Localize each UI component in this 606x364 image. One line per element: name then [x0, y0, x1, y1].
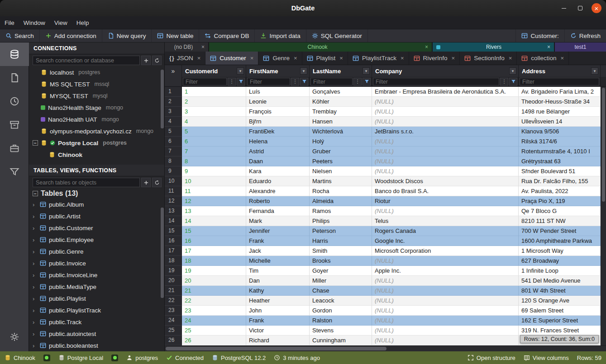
connection-item[interactable]: Nano2Health UATmongo	[29, 113, 164, 125]
chevron-right-icon[interactable]: ›	[33, 272, 37, 279]
toolbar-button-new-query[interactable]: New query	[102, 29, 152, 42]
chevron-right-icon[interactable]: ›	[33, 225, 37, 232]
row-number[interactable]: 24	[165, 316, 182, 326]
sidebar-history-button[interactable]	[0, 90, 29, 113]
grid-cell[interactable]: Bjřrn	[246, 117, 310, 127]
column-header-firstname[interactable]: FirstName▾	[246, 65, 310, 77]
grid-cell[interactable]: John	[246, 306, 310, 316]
status-open-structure[interactable]: Open structure	[468, 355, 515, 361]
tab-riverinfo[interactable]: RiverInfo×	[409, 52, 460, 65]
table-row[interactable]: 33FrançoisTremblay(NULL)1498 rue Bélange…	[165, 107, 606, 117]
grid-cell[interactable]: Jack	[246, 246, 310, 256]
grid-cell[interactable]: (NULL)	[372, 107, 519, 117]
grid-cell[interactable]: 10	[182, 176, 246, 186]
chevron-right-icon[interactable]: ›	[33, 307, 37, 314]
table-item[interactable]: ›public.booleantest	[29, 340, 164, 351]
grid-cell[interactable]: 23	[182, 306, 246, 316]
grid-cell[interactable]: (NULL)	[372, 166, 519, 176]
grid-cell[interactable]: 5	[182, 127, 246, 137]
maximize-button[interactable]	[575, 3, 585, 13]
table-row[interactable]: 1010EduardoMartinsWoodstock DiscosRua Dr…	[165, 176, 606, 186]
table-row[interactable]: 11LuísGonçalvesEmbraer - Empresa Brasile…	[165, 87, 606, 97]
grid-cell[interactable]: (NULL)	[372, 156, 519, 166]
grid-cell[interactable]: (NULL)	[372, 296, 519, 306]
grid-cell[interactable]: 801 W 4th Street	[519, 286, 601, 296]
table-row[interactable]: 99KaraNielsen(NULL)Sřnder Boulevard 51	[165, 166, 606, 176]
row-number[interactable]: 14	[165, 216, 182, 226]
grid-cell[interactable]: Miller	[310, 276, 372, 286]
grid-cell[interactable]: (NULL)	[372, 316, 519, 326]
tab-playlisttrack[interactable]: PlaylistTrack×	[348, 52, 409, 65]
grid-cell[interactable]: Eduardo	[246, 176, 310, 186]
grid-cell[interactable]: 9	[182, 166, 246, 176]
table-row[interactable]: 1515JenniferPetersonRogers Canada700 W P…	[165, 226, 606, 236]
table-row[interactable]: 66HelenaHolý(NULL)Rilská 3174/6	[165, 137, 606, 147]
row-number[interactable]: 15	[165, 226, 182, 236]
grid-cell[interactable]: Frank	[246, 316, 310, 326]
row-number[interactable]: 13	[165, 206, 182, 216]
table-row[interactable]: 2525VictorStevens(NULL)319 N. Frances St…	[165, 326, 606, 336]
grid-cell[interactable]: 1	[182, 87, 246, 97]
grid-cell[interactable]: 25	[182, 326, 246, 336]
grid-cell[interactable]: Gruber	[310, 147, 372, 156]
column-header-address[interactable]: Address▾	[519, 65, 601, 77]
close-tab-icon[interactable]: ×	[294, 55, 297, 61]
grid-cell[interactable]: 22	[182, 296, 246, 306]
database-tab--no-db-[interactable]: (no DB)×	[165, 43, 208, 52]
grid-cell[interactable]: Dan	[246, 276, 310, 286]
close-tab-icon[interactable]: ×	[452, 55, 455, 61]
grid-cell[interactable]: (NULL)	[372, 137, 519, 147]
grid-cell[interactable]: Riotur	[372, 196, 519, 206]
sidebar-settings-button[interactable]	[0, 325, 29, 349]
connection-item[interactable]: Chinook	[29, 149, 164, 161]
grid-cell[interactable]: 1 Microsoft Way	[519, 246, 601, 256]
row-number[interactable]: 23	[165, 306, 182, 316]
grid-cell[interactable]: Praça Pio X, 119	[519, 196, 601, 206]
row-number[interactable]: 5	[165, 127, 182, 137]
grid-cell[interactable]: FrantiĐek	[246, 127, 310, 137]
grid-cell[interactable]: 69 Salem Street	[519, 306, 601, 316]
sidebar-filter-button[interactable]	[0, 160, 29, 184]
close-tab-icon[interactable]: ×	[401, 55, 404, 61]
grid-cell[interactable]: Kara	[246, 166, 310, 176]
table-row[interactable]: 1717JackSmithMicrosoft Corporation1 Micr…	[165, 246, 606, 256]
column-header-lastname[interactable]: LastName▾	[310, 65, 372, 77]
grid-cell[interactable]: 19	[182, 266, 246, 276]
grid-cell[interactable]: Microsoft Corporation	[372, 246, 519, 256]
grid-cell[interactable]: 20	[182, 276, 246, 286]
grid-cell[interactable]: Philips	[310, 216, 372, 226]
toolbar-button-sql-generator[interactable]: SQL Generator	[306, 29, 368, 42]
table-item[interactable]: ›public.InvoiceLine	[29, 269, 164, 281]
close-button[interactable]: ×	[592, 3, 601, 13]
column-dropdown-button[interactable]: ▾	[300, 67, 307, 75]
chevron-right-icon[interactable]: ›	[33, 236, 37, 243]
grid-cell[interactable]: 120 S Orange Ave	[519, 296, 601, 306]
row-number[interactable]: 16	[165, 236, 182, 246]
grid-cell[interactable]: 7	[182, 147, 246, 156]
toolbar-button-compare-db[interactable]: Compare DB	[199, 29, 255, 42]
close-tab-icon[interactable]: ×	[197, 55, 201, 61]
sidebar-archive-button[interactable]	[0, 113, 29, 137]
table-item[interactable]: ›public.MediaType	[29, 281, 164, 293]
grid-cell[interactable]: 18	[182, 256, 246, 266]
grid-cell[interactable]: Alexandre	[246, 186, 310, 196]
filter-menu-button[interactable]: ⋮	[228, 78, 236, 86]
filter-funnel-button[interactable]	[363, 78, 371, 86]
table-row[interactable]: 1818MichelleBrooks(NULL)627 Broadway	[165, 256, 606, 266]
minimize-button[interactable]	[559, 3, 569, 13]
grid-cell[interactable]: Kathy	[246, 286, 310, 296]
sidebar-database-button[interactable]	[0, 43, 29, 66]
database-tab-test1[interactable]: test1	[555, 43, 606, 52]
table-row[interactable]: 22LeonieKöhler(NULL)Theodor-Heuss-Straße…	[165, 97, 606, 107]
row-number[interactable]: 12	[165, 196, 182, 206]
chevron-right-icon[interactable]: ›	[33, 201, 37, 208]
horizontal-scrollbar-thumb[interactable]	[166, 347, 387, 350]
tab-sectioninfo[interactable]: SectionInfo×	[460, 52, 517, 65]
grid-cell[interactable]: Frank	[246, 236, 310, 246]
grid-cell[interactable]: Ramos	[310, 206, 372, 216]
grid-cell[interactable]: Richard	[246, 336, 310, 345]
vertical-scrollbar-thumb[interactable]	[602, 88, 605, 202]
table-row[interactable]: 1111AlexandreRochaBanco do Brasil S.A.Av…	[165, 186, 606, 196]
grid-cell[interactable]: 541 Del Medio Avenue	[519, 276, 601, 286]
grid-cell[interactable]: 8	[182, 156, 246, 166]
